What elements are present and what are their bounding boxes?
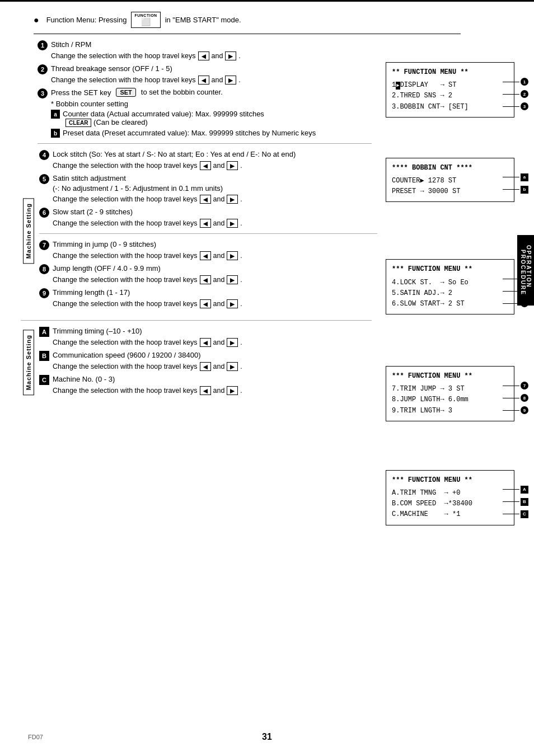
lcd-4-badges: 7 8 9 bbox=[503, 382, 528, 414]
lcd-1-title: ** FUNCTION MENU ** bbox=[392, 67, 508, 78]
item-3: 3 Press the SET key SET to set the bobbi… bbox=[38, 88, 377, 138]
item-B-title: Communication speed (9600 / 19200 / 3840… bbox=[53, 350, 201, 360]
item-A-change-text: Change the selection with the hoop trave… bbox=[53, 339, 198, 346]
left-arrow-1[interactable]: ◀ bbox=[198, 51, 209, 60]
item-5-and: and bbox=[213, 195, 225, 203]
bobbin-note: * Bobbin counter setting bbox=[51, 100, 377, 108]
clear-note: (Can be cleared) bbox=[93, 118, 148, 126]
item-5-title: Satin stitch adjustment(-: No adjustment… bbox=[53, 173, 223, 194]
header-text: Function Menu: Pressing bbox=[46, 16, 127, 24]
item-9-change-text: Change the selection with the hoop trave… bbox=[53, 300, 198, 308]
right-arrow-B[interactable]: ▶ bbox=[227, 362, 238, 371]
item-A-period: . bbox=[240, 339, 242, 346]
bullet: ● bbox=[34, 15, 39, 25]
right-arrow-C[interactable]: ▶ bbox=[227, 386, 238, 395]
item-C-period: . bbox=[240, 387, 242, 395]
item-4-period: . bbox=[240, 162, 242, 170]
item-1-title: Stitch / RPM bbox=[51, 40, 91, 50]
left-arrow-2[interactable]: ◀ bbox=[198, 76, 209, 84]
left-arrow-4[interactable]: ◀ bbox=[200, 161, 211, 170]
item-A: A Trimming timing (–10 - +10) Change the… bbox=[39, 326, 377, 347]
item-6-badge: 6 bbox=[39, 208, 49, 218]
item-5: 5 Satin stitch adjustment(-: No adjustme… bbox=[39, 173, 377, 204]
lcd-1-line-2: 2.THRED SNS → 2 bbox=[392, 91, 508, 101]
item-6-and: and bbox=[213, 219, 225, 227]
lcd-2-badges: a b bbox=[503, 173, 528, 194]
item-4-and: and bbox=[213, 162, 225, 170]
item-4: 4 Lock stitch (So: Yes at start / S-: No… bbox=[39, 149, 377, 170]
left-arrow-5[interactable]: ◀ bbox=[200, 195, 211, 204]
item-2-title: Thread breakage sensor (OFF / 1 - 5) bbox=[51, 64, 172, 74]
left-arrow-B[interactable]: ◀ bbox=[200, 362, 211, 371]
item-6-change-text: Change the selection with the hoop trave… bbox=[53, 219, 198, 227]
right-arrow-8[interactable]: ▶ bbox=[227, 275, 238, 284]
item-8-period: . bbox=[240, 276, 242, 284]
item-7-title: Trimming in jump (0 - 9 stitches) bbox=[53, 240, 156, 250]
lcd-3-line-2: 5.SATIN ADJ.→ 2 bbox=[392, 288, 508, 299]
right-arrow-1[interactable]: ▶ bbox=[225, 51, 236, 60]
item-B-badge: B bbox=[39, 351, 49, 361]
left-arrow-7[interactable]: ◀ bbox=[200, 251, 211, 260]
badge-3: 3 bbox=[521, 102, 528, 110]
item-C-title: Machine No. (0 - 3) bbox=[53, 374, 115, 384]
item-4-change-text: Change the selection with the hoop trave… bbox=[53, 162, 198, 170]
item-2-change: Change the selection with the hoop trave… bbox=[51, 76, 377, 84]
item-8-badge: 8 bbox=[39, 264, 49, 274]
item-C-badge: C bbox=[39, 375, 49, 385]
item-4-change: Change the selection with the hoop trave… bbox=[53, 161, 377, 170]
badge-8: 8 bbox=[521, 394, 528, 402]
lcd-1-line-3: 3.BOBBIN CNT→ [SET] bbox=[392, 102, 508, 112]
set-key-button[interactable]: SET bbox=[116, 88, 135, 97]
item-9-badge: 9 bbox=[39, 288, 49, 298]
item-9: 9 Trimming length (1 - 17) Change the se… bbox=[39, 288, 377, 308]
left-arrow-C[interactable]: ◀ bbox=[200, 386, 211, 395]
item-A-change: Change the selection with the hoop trave… bbox=[53, 338, 377, 347]
item-7-change: Change the selection with the hoop trave… bbox=[53, 251, 377, 260]
item-C: C Machine No. (0 - 3) Change the selecti… bbox=[39, 374, 377, 395]
right-arrow-7[interactable]: ▶ bbox=[227, 251, 238, 260]
left-arrow-6[interactable]: ◀ bbox=[200, 219, 211, 228]
machine-setting-section-1: Machine Setting 4 Lock stitch (So: Yes a… bbox=[21, 149, 377, 312]
item-2-badge: 2 bbox=[38, 64, 48, 74]
badge-A: A bbox=[521, 486, 528, 494]
lcd-display-4: *** FUNCTION MENU ** 7.TRIM JUMP → 3 ST … bbox=[386, 366, 514, 421]
item-9-and: and bbox=[213, 300, 225, 308]
lcd-5-badges: A B C bbox=[503, 486, 528, 518]
item-B: B Communication speed (9600 / 19200 / 38… bbox=[39, 350, 377, 371]
right-arrow-4[interactable]: ▶ bbox=[227, 161, 238, 170]
item-5-badge: 5 bbox=[39, 174, 49, 184]
lcd-display-3: *** FUNCTION MENU ** 4.LOCK ST. → So Eo … bbox=[386, 259, 514, 314]
lcd-display-5: *** FUNCTION MENU ** A.TRIM TMNG → +0 B.… bbox=[386, 470, 514, 525]
left-arrow-A[interactable]: ◀ bbox=[200, 338, 211, 347]
left-arrow-8[interactable]: ◀ bbox=[200, 275, 211, 284]
section-no-label: 1 Stitch / RPM Change the selection with… bbox=[38, 40, 377, 138]
item-C-and: and bbox=[213, 387, 225, 395]
right-arrow-9[interactable]: ▶ bbox=[227, 299, 238, 308]
item-8-title: Jump length (OFF / 4.0 - 9.9 mm) bbox=[53, 264, 161, 274]
item-C-change: Change the selection with the hoop trave… bbox=[53, 386, 377, 395]
right-arrow-2[interactable]: ▶ bbox=[225, 76, 236, 84]
item-B-change-text: Change the selection with the hoop trave… bbox=[53, 363, 198, 370]
lcd-1-badges: 1 2 3 bbox=[503, 78, 528, 110]
right-arrow-A[interactable]: ▶ bbox=[227, 338, 238, 347]
item-9-change: Change the selection with the hoop trave… bbox=[53, 299, 377, 308]
lcd-display-2-wrapper: **** BOBBIN CNT **** COUNTER▶ 1278 ST PR… bbox=[386, 158, 514, 209]
machine-setting-label-1: Machine Setting bbox=[23, 198, 34, 264]
item-C-change-text: Change the selection with the hoop trave… bbox=[53, 387, 198, 395]
right-arrow-6[interactable]: ▶ bbox=[227, 219, 238, 228]
clear-button[interactable]: CLEAR bbox=[65, 119, 91, 127]
item-8-and: and bbox=[213, 276, 225, 284]
machine-setting-section-2: Machine Setting A Trimming timing (–10 -… bbox=[21, 326, 377, 398]
item-5-change-text: Change the selection with the hoop trave… bbox=[53, 195, 198, 203]
lcd-display-5-wrapper: *** FUNCTION MENU ** A.TRIM TMNG → +0 B.… bbox=[386, 470, 514, 532]
right-panel: ** FUNCTION MENU ** 1▶DISPLAY → ST 2.THR… bbox=[383, 37, 534, 535]
item-1-change-text: Change the selection with the hoop trave… bbox=[51, 52, 196, 60]
item-8: 8 Jump length (OFF / 4.0 - 9.9 mm) Chang… bbox=[39, 264, 377, 284]
left-arrow-9[interactable]: ◀ bbox=[200, 299, 211, 308]
right-arrow-5[interactable]: ▶ bbox=[227, 195, 238, 204]
item-8-change-text: Change the selection with the hoop trave… bbox=[53, 276, 198, 284]
sub-item-a-text: Counter data (Actual accumrated value): … bbox=[63, 110, 264, 118]
machine-setting-label-2: Machine Setting bbox=[23, 330, 34, 395]
item-6-period: . bbox=[240, 219, 242, 227]
item-1-change: Change the selection with the hoop trave… bbox=[51, 51, 377, 60]
